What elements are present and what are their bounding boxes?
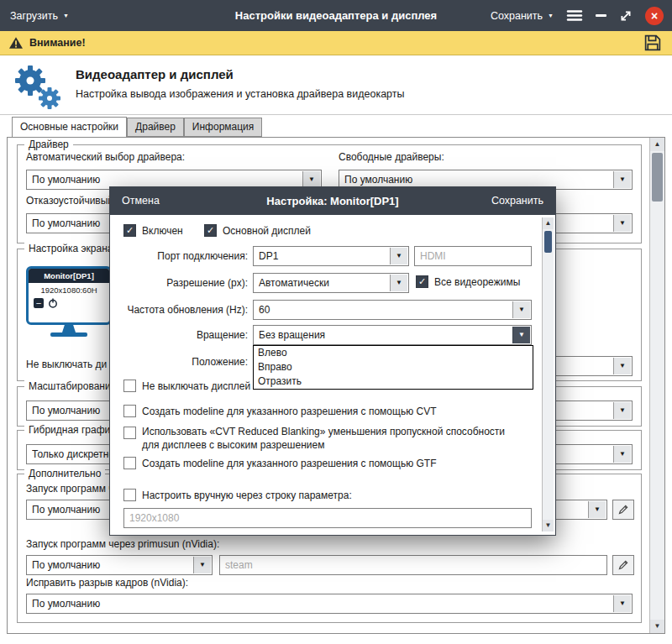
port-select[interactable]: DP1 ▼ <box>253 246 409 266</box>
app-window: Загрузить ▼ Настройки видеоадаптера и ди… <box>0 0 672 644</box>
rotation-label: Вращение: <box>120 329 248 341</box>
page-header: Видеоадаптер и дисплей Настройка вывода … <box>0 56 672 115</box>
main-scrollbar[interactable]: ▲ ▼ <box>649 138 664 633</box>
driver-free-label: Свободные драйверы: <box>339 151 444 163</box>
primary-display-label: Основной дисплей <box>223 225 311 237</box>
manual-checkbox[interactable] <box>123 489 136 501</box>
chevron-down-icon[interactable]: ▼ <box>390 275 407 291</box>
tear-select[interactable]: По умолчанию ▼ <box>26 594 633 614</box>
resolution-select[interactable]: Автоматически ▼ <box>253 273 409 293</box>
dpms-label: Не выключать ди <box>26 359 107 370</box>
power-icon[interactable] <box>48 298 58 308</box>
save-file-icon <box>643 34 662 52</box>
run2-command-input[interactable] <box>219 555 607 575</box>
warning-text: Внимание! <box>29 37 86 49</box>
gtf-checkbox[interactable] <box>123 457 136 469</box>
close-button[interactable]: × <box>645 7 664 25</box>
maximize-button[interactable] <box>619 0 633 31</box>
port-custom-input[interactable] <box>414 246 532 266</box>
driver-auto-label: Автоматический выбор драйвера: <box>26 151 185 163</box>
chevron-down-icon[interactable]: ▼ <box>613 215 631 232</box>
cvt-checkbox[interactable] <box>123 405 136 417</box>
gtf-label: Создать modeline для указанного разрешен… <box>142 458 437 469</box>
chevron-down-icon[interactable]: ▼ <box>613 171 631 188</box>
dialog-title: Настройка: Monitor[DP1] <box>110 187 555 215</box>
tab-basic-settings[interactable]: Основные настройки <box>12 117 127 137</box>
monitor-name: Monitor[DP1] <box>29 269 109 283</box>
refresh-label: Частота обновления (Hz): <box>120 304 248 316</box>
pencil-icon <box>617 559 629 571</box>
chevron-down-icon: ▼ <box>548 13 554 18</box>
reduced-blanking-label-line1: Использовать «CVT Reduced Blanking» умен… <box>142 426 505 437</box>
close-icon: × <box>651 9 658 23</box>
driver-failsafe-label: Отказоустойчивый <box>26 195 113 207</box>
save-menu-button[interactable]: Сохранить ▼ <box>491 0 554 31</box>
dialog-scroll-down-button[interactable]: ▼ <box>543 520 554 531</box>
group-screen-legend: Настройка экрана <box>24 243 117 254</box>
minimize-button[interactable] <box>596 0 606 31</box>
resolution-label: Разрешение (px): <box>120 277 248 289</box>
expand-icon <box>619 9 633 23</box>
rotation-option[interactable]: Отразить <box>254 374 533 389</box>
monitor-screen: Monitor[DP1] 1920x1080:60H – <box>26 266 112 325</box>
chevron-down-icon[interactable]: ▼ <box>613 402 631 419</box>
run1-label: Запуск программ ч <box>26 483 114 495</box>
quick-save-button[interactable] <box>643 34 662 55</box>
rotation-option[interactable]: Влево <box>254 346 533 360</box>
reduced-blanking-checkbox[interactable] <box>123 427 136 439</box>
chevron-down-icon[interactable]: ▼ <box>512 327 530 343</box>
manual-modeline-input[interactable] <box>123 508 532 528</box>
run2-select[interactable]: По умолчанию ▼ <box>26 555 213 575</box>
monitor-minimize-icon[interactable]: – <box>34 298 44 308</box>
enabled-checkbox[interactable]: ✓ <box>123 224 136 237</box>
chevron-down-icon[interactable]: ▼ <box>193 557 211 573</box>
page-subtitle: Настройка вывода изображения и установка… <box>76 88 405 100</box>
monitor-mode: 1920x1080:60H <box>29 285 109 295</box>
chevron-down-icon[interactable]: ▼ <box>302 171 320 188</box>
group-extra-legend: Дополнительно <box>24 468 105 479</box>
chevron-down-icon[interactable]: ▼ <box>390 248 407 264</box>
tab-information[interactable]: Информация <box>184 118 262 137</box>
tear-label: Исправить разрыв кадров (nVidia): <box>26 577 188 589</box>
warning-icon <box>8 36 24 50</box>
chevron-down-icon[interactable]: ▼ <box>613 358 631 374</box>
gears-icon <box>7 58 67 112</box>
scrollbar-thumb[interactable] <box>652 153 663 202</box>
group-scaling-legend: Масштабирование <box>24 380 120 392</box>
dialog-scrollbar[interactable]: ▲ ▼ <box>542 217 554 531</box>
chevron-down-icon[interactable]: ▼ <box>512 301 530 318</box>
chevron-down-icon[interactable]: ▼ <box>588 501 606 518</box>
menu-button[interactable] <box>566 0 583 31</box>
chevron-down-icon[interactable]: ▼ <box>613 446 631 463</box>
enabled-label: Включен <box>142 225 183 237</box>
rotation-select[interactable]: Без вращения ▼ <box>253 325 532 345</box>
pencil-icon <box>617 504 629 516</box>
dialog-scroll-up-button[interactable]: ▲ <box>543 217 554 229</box>
all-modes-label: Все видеорежимы <box>434 276 520 288</box>
run2-edit-button[interactable] <box>612 555 634 575</box>
titlebar: Загрузить ▼ Настройки видеоадаптера и ди… <box>0 0 672 31</box>
monitor-stand <box>62 325 76 332</box>
monitor-settings-dialog: Отмена Настройка: Monitor[DP1] Сохранить… <box>109 186 556 536</box>
chevron-down-icon[interactable]: ▼ <box>613 595 631 612</box>
primary-display-checkbox[interactable]: ✓ <box>204 224 217 237</box>
position-label: Положение: <box>120 356 248 368</box>
page-title: Видеоадаптер и дисплей <box>76 67 234 81</box>
all-modes-checkbox[interactable]: ✓ <box>416 275 428 288</box>
monitor-preview[interactable]: Monitor[DP1] 1920x1080:60H – <box>26 266 112 338</box>
dpms-checkbox[interactable] <box>123 380 136 392</box>
monitor-base <box>50 332 87 337</box>
minimize-icon <box>596 14 606 17</box>
dialog-header: Отмена Настройка: Monitor[DP1] Сохранить <box>110 187 555 215</box>
scroll-down-button[interactable]: ▼ <box>650 620 664 633</box>
rotation-option[interactable]: Вправо <box>254 360 533 374</box>
run1-edit-button[interactable] <box>612 500 634 520</box>
tab-driver[interactable]: Драйвер <box>127 118 184 137</box>
reduced-blanking-label-line2: для дисплеев с высоким разрешением <box>142 439 324 451</box>
dialog-scrollbar-thumb[interactable] <box>544 231 552 253</box>
dialog-save-button[interactable]: Сохранить <box>491 187 543 215</box>
run2-label: Запуск программ через primusun (nVidia): <box>26 538 219 550</box>
refresh-select[interactable]: 60 ▼ <box>253 300 532 320</box>
manual-label: Настроить вручную через строку параметра… <box>142 490 352 501</box>
scroll-up-button[interactable]: ▲ <box>650 138 664 151</box>
